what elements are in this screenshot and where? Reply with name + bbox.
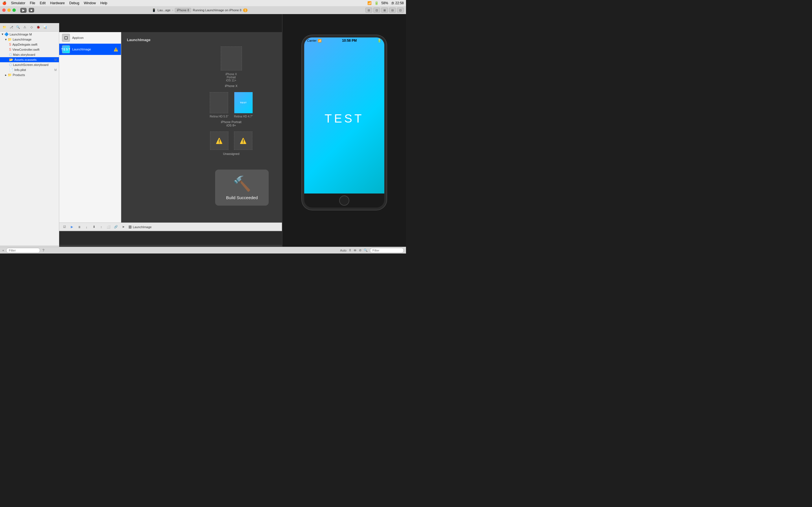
plist-icon: 📄	[9, 68, 13, 72]
menu-help[interactable]: Help	[100, 1, 107, 5]
sidebar-item-mainstoryboard[interactable]: ⬡ Main.storyboard	[0, 52, 59, 57]
canvas-title: LaunchImage	[127, 38, 151, 42]
slot-label-retina55: Retina HD 5.5"	[210, 115, 229, 118]
slot-box-unassigned-1[interactable]: ⚠️	[210, 131, 229, 150]
auto-label: Auto	[340, 249, 347, 252]
slot-label-retina47: Retina HD 4.7"	[234, 115, 253, 118]
slot-unassigned-2[interactable]: ⚠️	[234, 131, 252, 150]
app-icon: 📱	[152, 8, 156, 12]
bottom-question-icon[interactable]: ?	[42, 248, 44, 252]
sidebar-project-root[interactable]: ▾ 🔷 LaunchImage M	[0, 32, 59, 37]
inspect-icon[interactable]: 👁	[354, 249, 357, 252]
sidebar-group-launchimage[interactable]: ▾ 📁 LaunchImage	[0, 37, 59, 42]
launchimage-test-text: TEST	[61, 48, 71, 51]
launchimage-warning-icon: ⚠️	[114, 47, 118, 52]
slot-box-retina47[interactable]: TEST	[234, 92, 253, 113]
phone-content: TEST	[304, 44, 384, 193]
sidebar-item-infoplist[interactable]: 📄 Info.plist M	[0, 67, 59, 72]
battery-percent: 58%	[382, 1, 388, 5]
close-button[interactable]	[2, 8, 6, 12]
chevron-down-icon: ▾	[2, 33, 3, 36]
phone-status-right: 🔋	[377, 39, 382, 43]
inspector-btn[interactable]: ⊟	[389, 8, 396, 13]
menu-hardware[interactable]: Hardware	[50, 1, 65, 5]
phone-battery-icon: 🔋	[377, 39, 382, 43]
add-icon-bottom[interactable]: +	[2, 249, 4, 252]
phone-home-circle[interactable]	[339, 195, 349, 206]
phone-screen: Carrier 📶 10:58 PM 🔋 TEST	[304, 38, 384, 193]
slot-box-unassigned-2[interactable]: ⚠️	[234, 131, 252, 150]
layout-btn[interactable]: ⊞	[381, 8, 388, 13]
sidebar-item-viewcontroller[interactable]: S ViewController.swift	[0, 47, 59, 52]
ct-icon-arrow[interactable]: ▶	[69, 224, 75, 230]
split-view-btn[interactable]: ⊟	[365, 8, 372, 13]
slot-unassigned-1[interactable]: ⚠️	[210, 131, 229, 150]
ct-icon-pause[interactable]: ⏸	[76, 224, 82, 230]
project-badge: M	[29, 33, 32, 36]
sidebar-group-products[interactable]: ▸ 📁 Products	[0, 72, 59, 77]
app-name: Lau...age	[158, 8, 170, 12]
ct-icon-link[interactable]: 🔗	[113, 224, 119, 230]
sidebar-nav-git[interactable]: ⎇	[8, 24, 14, 30]
ct-icon-checkbox[interactable]: ☑	[61, 224, 68, 230]
auto-arrows-icon[interactable]: ⇕	[349, 248, 351, 252]
slot-retina47[interactable]: TEST Retina HD 4.7"	[234, 92, 253, 118]
ct-icon-down2[interactable]: ⬇	[91, 224, 97, 230]
products-label: Products	[13, 73, 25, 76]
sidebar-nav-debug[interactable]: 🐞	[36, 24, 41, 30]
sidebar-nav-folder[interactable]: 📁	[2, 24, 7, 30]
maximize-button[interactable]	[12, 8, 16, 12]
menu-file[interactable]: File	[30, 1, 35, 5]
sidebar-content: ▾ 🔷 LaunchImage M ▾ 📁 LaunchImage S AppD…	[0, 32, 59, 245]
sidebar-item-appdelegate[interactable]: S AppDelegate.swift	[0, 42, 59, 47]
sidebar-launchimage-label: LaunchImage	[13, 38, 32, 41]
apple-menu[interactable]: 🍎	[2, 1, 6, 5]
stop-button[interactable]: ■	[29, 8, 34, 12]
sidebar-item-assets[interactable]: 📂 Assets.xcassets M	[0, 57, 59, 62]
filter-input-2[interactable]	[370, 248, 404, 253]
ct-icon-down1[interactable]: ↓	[84, 224, 90, 230]
swift-icon: S	[9, 43, 11, 47]
sidebar-item-launchscreen[interactable]: ⬡ LaunchScreen.storyboard	[0, 62, 59, 67]
asset-item-launchimage[interactable]: TEST LaunchImage ⚠️	[59, 44, 121, 55]
clock: 水 22:58	[391, 1, 404, 6]
slot-box-retina55[interactable]	[210, 92, 228, 113]
warning-icon-1: ⚠️	[216, 137, 223, 144]
sidebar-nav-test[interactable]: ◇	[29, 24, 35, 30]
wifi-signal-icon: 📶	[318, 39, 322, 43]
menu-edit[interactable]: Edit	[40, 1, 46, 5]
viewcontroller-label: ViewController.swift	[12, 48, 40, 51]
infoplist-badge: M	[54, 68, 57, 71]
carrier-display: Carrier 📶	[307, 39, 322, 43]
project-name: LaunchImage	[10, 33, 29, 36]
bottom-filter-input[interactable]	[6, 248, 40, 253]
title-bar: ▶ ■ 📱 Lau...age › iPhone 8 Running Launc…	[0, 6, 406, 14]
menu-simulator[interactable]: Simulator	[11, 1, 26, 5]
ct-icon-up[interactable]: ↑	[98, 224, 104, 230]
bottom-filter-input-2[interactable]: 🔍	[364, 248, 368, 252]
sidebar-nav-search[interactable]: 🔍	[15, 24, 21, 30]
chevron-right-icon: ▸	[5, 73, 7, 77]
sidebar-nav-report[interactable]: 📊	[42, 24, 48, 30]
menu-window[interactable]: Window	[84, 1, 96, 5]
slot-retina55[interactable]: Retina HD 5.5"	[210, 92, 229, 118]
assets-icon: 📂	[9, 58, 13, 62]
error-icon[interactable]: ⊘	[359, 248, 361, 252]
editor-btn[interactable]: ⊡	[373, 8, 380, 13]
device-selector[interactable]: iPhone 8	[175, 8, 191, 12]
ct-icon-frame[interactable]: ⬜	[105, 224, 112, 230]
slot-box-iphonex[interactable]	[221, 47, 242, 70]
menu-debug[interactable]: Debug	[69, 1, 79, 5]
menu-right: 📶 🔋 58% 水 22:58	[367, 1, 404, 6]
appicon-preview: 🔲	[62, 34, 70, 42]
view-btn[interactable]: ⊡	[397, 8, 404, 13]
sidebar-nav-issue[interactable]: ⚠	[22, 24, 28, 30]
build-hammer-icon: 🔨	[233, 175, 251, 192]
sidebar: 📁 ⎇ 🔍 ⚠ ◇ 🐞 📊 ▾ 🔷 LaunchImage M ▾ 📁 Laun…	[0, 23, 59, 253]
asset-item-appicon[interactable]: 🔲 AppIcon	[59, 32, 121, 44]
run-button[interactable]: ▶	[20, 8, 27, 13]
asset-list: 🔲 AppIcon TEST LaunchImage ⚠️	[59, 32, 121, 223]
ct-icon-send[interactable]: ➤	[120, 224, 126, 230]
minimize-button[interactable]	[7, 8, 11, 12]
slot-iphonex[interactable]	[221, 47, 242, 70]
